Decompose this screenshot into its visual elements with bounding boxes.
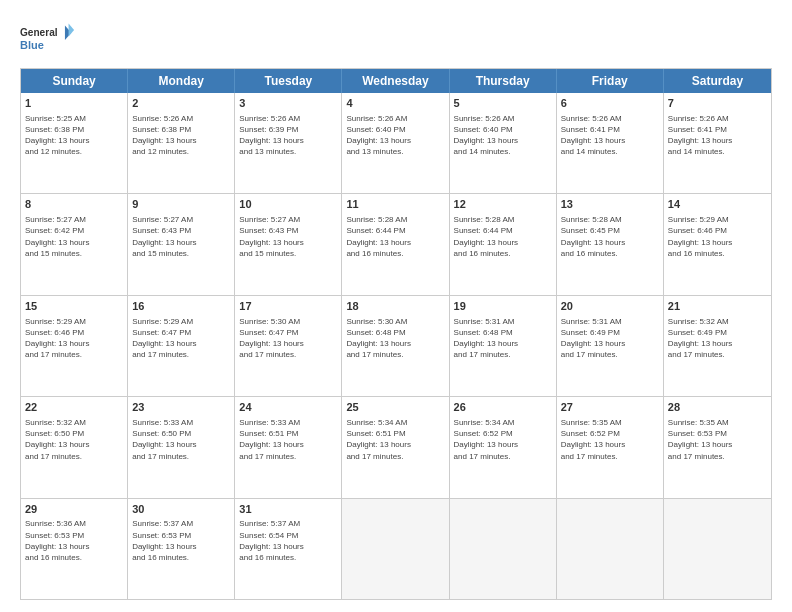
calendar-header-day: Tuesday	[235, 69, 342, 93]
day-info: Sunrise: 5:26 AM Sunset: 6:39 PM Dayligh…	[239, 113, 337, 158]
calendar-cell: 3Sunrise: 5:26 AM Sunset: 6:39 PM Daylig…	[235, 93, 342, 193]
day-info: Sunrise: 5:27 AM Sunset: 6:43 PM Dayligh…	[132, 214, 230, 259]
day-number: 19	[454, 299, 552, 314]
calendar-cell	[450, 499, 557, 599]
page: General Blue SundayMondayTuesdayWednesda…	[0, 0, 792, 612]
day-number: 17	[239, 299, 337, 314]
day-number: 23	[132, 400, 230, 415]
calendar-body: 1Sunrise: 5:25 AM Sunset: 6:38 PM Daylig…	[21, 93, 771, 599]
calendar-header: SundayMondayTuesdayWednesdayThursdayFrid…	[21, 69, 771, 93]
calendar-header-day: Thursday	[450, 69, 557, 93]
day-number: 24	[239, 400, 337, 415]
calendar-cell: 30Sunrise: 5:37 AM Sunset: 6:53 PM Dayli…	[128, 499, 235, 599]
calendar-cell: 18Sunrise: 5:30 AM Sunset: 6:48 PM Dayli…	[342, 296, 449, 396]
calendar-cell: 22Sunrise: 5:32 AM Sunset: 6:50 PM Dayli…	[21, 397, 128, 497]
calendar-cell: 21Sunrise: 5:32 AM Sunset: 6:49 PM Dayli…	[664, 296, 771, 396]
day-info: Sunrise: 5:26 AM Sunset: 6:40 PM Dayligh…	[346, 113, 444, 158]
logo: General Blue	[20, 22, 75, 60]
day-info: Sunrise: 5:27 AM Sunset: 6:43 PM Dayligh…	[239, 214, 337, 259]
calendar-week: 22Sunrise: 5:32 AM Sunset: 6:50 PM Dayli…	[21, 396, 771, 497]
calendar-header-day: Sunday	[21, 69, 128, 93]
calendar-cell: 13Sunrise: 5:28 AM Sunset: 6:45 PM Dayli…	[557, 194, 664, 294]
svg-text:General: General	[20, 27, 58, 38]
day-number: 13	[561, 197, 659, 212]
day-info: Sunrise: 5:26 AM Sunset: 6:41 PM Dayligh…	[668, 113, 767, 158]
day-number: 6	[561, 96, 659, 111]
calendar-cell	[342, 499, 449, 599]
calendar-cell: 9Sunrise: 5:27 AM Sunset: 6:43 PM Daylig…	[128, 194, 235, 294]
calendar-cell: 24Sunrise: 5:33 AM Sunset: 6:51 PM Dayli…	[235, 397, 342, 497]
svg-marker-3	[69, 24, 75, 37]
day-number: 21	[668, 299, 767, 314]
day-number: 29	[25, 502, 123, 517]
day-number: 26	[454, 400, 552, 415]
day-info: Sunrise: 5:29 AM Sunset: 6:46 PM Dayligh…	[25, 316, 123, 361]
day-number: 30	[132, 502, 230, 517]
day-number: 25	[346, 400, 444, 415]
calendar-week: 15Sunrise: 5:29 AM Sunset: 6:46 PM Dayli…	[21, 295, 771, 396]
day-info: Sunrise: 5:28 AM Sunset: 6:45 PM Dayligh…	[561, 214, 659, 259]
day-info: Sunrise: 5:35 AM Sunset: 6:52 PM Dayligh…	[561, 417, 659, 462]
day-number: 7	[668, 96, 767, 111]
calendar-cell: 15Sunrise: 5:29 AM Sunset: 6:46 PM Dayli…	[21, 296, 128, 396]
day-number: 5	[454, 96, 552, 111]
day-info: Sunrise: 5:29 AM Sunset: 6:47 PM Dayligh…	[132, 316, 230, 361]
calendar-cell: 10Sunrise: 5:27 AM Sunset: 6:43 PM Dayli…	[235, 194, 342, 294]
day-number: 12	[454, 197, 552, 212]
day-info: Sunrise: 5:34 AM Sunset: 6:51 PM Dayligh…	[346, 417, 444, 462]
header: General Blue	[20, 18, 772, 60]
day-info: Sunrise: 5:33 AM Sunset: 6:51 PM Dayligh…	[239, 417, 337, 462]
calendar-cell: 19Sunrise: 5:31 AM Sunset: 6:48 PM Dayli…	[450, 296, 557, 396]
day-info: Sunrise: 5:29 AM Sunset: 6:46 PM Dayligh…	[668, 214, 767, 259]
day-number: 8	[25, 197, 123, 212]
calendar-cell: 12Sunrise: 5:28 AM Sunset: 6:44 PM Dayli…	[450, 194, 557, 294]
day-number: 2	[132, 96, 230, 111]
calendar-week: 8Sunrise: 5:27 AM Sunset: 6:42 PM Daylig…	[21, 193, 771, 294]
calendar-cell: 31Sunrise: 5:37 AM Sunset: 6:54 PM Dayli…	[235, 499, 342, 599]
calendar-header-day: Saturday	[664, 69, 771, 93]
calendar-cell: 25Sunrise: 5:34 AM Sunset: 6:51 PM Dayli…	[342, 397, 449, 497]
calendar-cell: 6Sunrise: 5:26 AM Sunset: 6:41 PM Daylig…	[557, 93, 664, 193]
calendar-cell: 23Sunrise: 5:33 AM Sunset: 6:50 PM Dayli…	[128, 397, 235, 497]
calendar-cell: 27Sunrise: 5:35 AM Sunset: 6:52 PM Dayli…	[557, 397, 664, 497]
day-number: 20	[561, 299, 659, 314]
day-info: Sunrise: 5:33 AM Sunset: 6:50 PM Dayligh…	[132, 417, 230, 462]
calendar-cell	[557, 499, 664, 599]
calendar-cell: 8Sunrise: 5:27 AM Sunset: 6:42 PM Daylig…	[21, 194, 128, 294]
day-info: Sunrise: 5:25 AM Sunset: 6:38 PM Dayligh…	[25, 113, 123, 158]
day-number: 14	[668, 197, 767, 212]
calendar-cell	[664, 499, 771, 599]
svg-text:Blue: Blue	[20, 39, 44, 51]
day-number: 18	[346, 299, 444, 314]
day-info: Sunrise: 5:37 AM Sunset: 6:53 PM Dayligh…	[132, 518, 230, 563]
calendar-cell: 7Sunrise: 5:26 AM Sunset: 6:41 PM Daylig…	[664, 93, 771, 193]
day-number: 15	[25, 299, 123, 314]
day-info: Sunrise: 5:28 AM Sunset: 6:44 PM Dayligh…	[346, 214, 444, 259]
calendar-week: 29Sunrise: 5:36 AM Sunset: 6:53 PM Dayli…	[21, 498, 771, 599]
day-info: Sunrise: 5:28 AM Sunset: 6:44 PM Dayligh…	[454, 214, 552, 259]
calendar-cell: 29Sunrise: 5:36 AM Sunset: 6:53 PM Dayli…	[21, 499, 128, 599]
day-number: 9	[132, 197, 230, 212]
calendar-week: 1Sunrise: 5:25 AM Sunset: 6:38 PM Daylig…	[21, 93, 771, 193]
day-info: Sunrise: 5:26 AM Sunset: 6:40 PM Dayligh…	[454, 113, 552, 158]
day-number: 28	[668, 400, 767, 415]
day-number: 3	[239, 96, 337, 111]
calendar-cell: 14Sunrise: 5:29 AM Sunset: 6:46 PM Dayli…	[664, 194, 771, 294]
calendar-cell: 1Sunrise: 5:25 AM Sunset: 6:38 PM Daylig…	[21, 93, 128, 193]
day-info: Sunrise: 5:36 AM Sunset: 6:53 PM Dayligh…	[25, 518, 123, 563]
day-info: Sunrise: 5:35 AM Sunset: 6:53 PM Dayligh…	[668, 417, 767, 462]
calendar-header-day: Monday	[128, 69, 235, 93]
day-info: Sunrise: 5:30 AM Sunset: 6:48 PM Dayligh…	[346, 316, 444, 361]
day-info: Sunrise: 5:32 AM Sunset: 6:50 PM Dayligh…	[25, 417, 123, 462]
day-number: 1	[25, 96, 123, 111]
calendar-cell: 2Sunrise: 5:26 AM Sunset: 6:38 PM Daylig…	[128, 93, 235, 193]
calendar-header-day: Friday	[557, 69, 664, 93]
day-number: 11	[346, 197, 444, 212]
day-info: Sunrise: 5:31 AM Sunset: 6:49 PM Dayligh…	[561, 316, 659, 361]
day-number: 27	[561, 400, 659, 415]
calendar-cell: 4Sunrise: 5:26 AM Sunset: 6:40 PM Daylig…	[342, 93, 449, 193]
day-number: 4	[346, 96, 444, 111]
calendar-cell: 11Sunrise: 5:28 AM Sunset: 6:44 PM Dayli…	[342, 194, 449, 294]
calendar-cell: 5Sunrise: 5:26 AM Sunset: 6:40 PM Daylig…	[450, 93, 557, 193]
calendar-cell: 16Sunrise: 5:29 AM Sunset: 6:47 PM Dayli…	[128, 296, 235, 396]
